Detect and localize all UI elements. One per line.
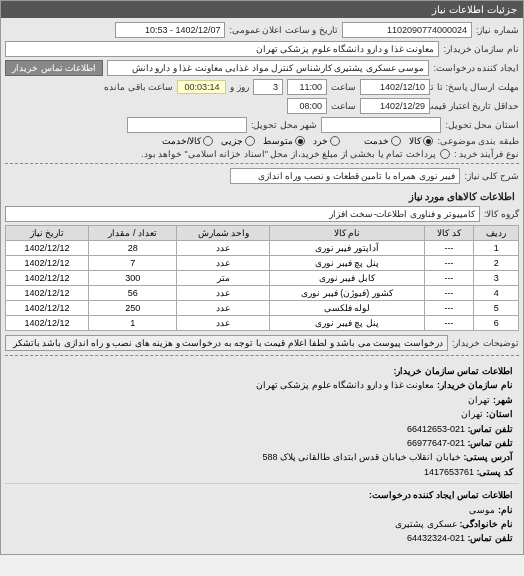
pack-label: طبقه بندی موضوعی: [437, 136, 519, 146]
org-province-label: استان: [486, 409, 513, 419]
req-name-label: نام: [498, 505, 513, 515]
table-cell: پنل پچ فیبر نوری [270, 316, 424, 331]
table-header: کد کالا [424, 226, 474, 241]
table-cell: 4 [474, 286, 519, 301]
table-cell: 6 [474, 316, 519, 331]
table-header: تاریخ نیاز [6, 226, 89, 241]
org-name-label: نام سازمان خریدار: [437, 380, 513, 390]
radio-service[interactable]: خدمت [364, 136, 401, 146]
radio-both[interactable]: کالا/خدمت [162, 136, 214, 146]
req-family: عسکری پشتیری [395, 519, 457, 529]
table-row: 2---پنل پچ فیبر نوریعدد71402/12/12 [6, 256, 519, 271]
table-cell: عدد [177, 301, 270, 316]
table-header: ردیف [474, 226, 519, 241]
buyer-value: معاونت غذا و دارو دانشگاه علوم پزشکی تهر… [5, 41, 439, 57]
table-row: 1---آداپتور فیبر نوریعدد281402/12/12 [6, 241, 519, 256]
days-left-label: روز و [230, 82, 249, 92]
table-cell: 5 [474, 301, 519, 316]
table-row: 5---لوله فلکسیعدد2501402/12/12 [6, 301, 519, 316]
table-cell: 1402/12/12 [6, 256, 89, 271]
deadline-send-label: مهلت ارسال پاسخ: تا تاریخ: [434, 82, 519, 92]
table-row: 6---پنل پچ فیبر نوریعدد11402/12/12 [6, 316, 519, 331]
deadline-send-time: 11:00 [287, 79, 327, 95]
validity-time: 08:00 [287, 98, 327, 114]
org-province: تهران [461, 409, 483, 419]
table-cell: کابل فیبر نوری [270, 271, 424, 286]
table-cell: عدد [177, 316, 270, 331]
table-cell: 2 [474, 256, 519, 271]
table-cell: 1402/12/12 [6, 241, 89, 256]
table-cell: --- [424, 301, 474, 316]
publish-value: 1402/12/07 - 10:53 [115, 22, 225, 38]
radio-partial[interactable]: جزیی [221, 136, 255, 146]
radio-small[interactable]: خرد [313, 136, 340, 146]
contact-buyer-button[interactable]: اطلاعات تماس خریدار [5, 60, 103, 76]
table-cell: --- [424, 316, 474, 331]
org-address-label: آدرس پستی: [464, 452, 514, 462]
org-postal: 1417653761 [424, 467, 474, 477]
table-cell: 28 [89, 241, 177, 256]
table-cell: 1402/12/12 [6, 286, 89, 301]
buyer-label: نام سازمان خریدار: [443, 44, 519, 54]
remain-label: ساعت باقی مانده [104, 82, 173, 92]
table-cell: 250 [89, 301, 177, 316]
process-label: نوع فرآیند خرید : [454, 149, 519, 159]
org-postal-label: کد پستی: [477, 467, 514, 477]
request-no-label: شماره نیاز: [476, 25, 519, 35]
radio-goods[interactable]: کالا [409, 136, 433, 146]
req-phone: 021-64432324 [407, 533, 465, 543]
table-cell: --- [424, 241, 474, 256]
time-label-2: ساعت [331, 101, 356, 111]
table-cell: عدد [177, 286, 270, 301]
desc-label: شرح کلی نیاز: [464, 171, 519, 181]
table-cell: 1402/12/12 [6, 301, 89, 316]
org-fax-label: تلفن تماس: [468, 438, 514, 448]
process-radio[interactable] [440, 149, 450, 159]
desc-value: فیبر نوری همراه با تامین قطعات و نصب ورا… [230, 168, 460, 184]
org-phone: 021-66412653 [407, 424, 465, 434]
table-cell: پنل پچ فیبر نوری [270, 256, 424, 271]
validity-date: 1402/12/29 [360, 98, 430, 114]
table-cell: لوله فلکسی [270, 301, 424, 316]
org-address: خیابان انقلاب خیابان قدس ابتدای طالقانی … [262, 452, 461, 462]
creator-label: ایجاد کننده درخواست: [433, 63, 519, 73]
table-cell: --- [424, 256, 474, 271]
table-cell: آداپتور فیبر نوری [270, 241, 424, 256]
table-header: واحد شمارش [177, 226, 270, 241]
req-family-label: نام خانوادگی: [460, 519, 514, 529]
table-cell: 1 [474, 241, 519, 256]
province-value [321, 117, 441, 133]
table-cell: عدد [177, 256, 270, 271]
request-no-value: 1102090774000024 [342, 22, 472, 38]
panel-header: جزئیات اطلاعات نیاز [1, 1, 523, 18]
validity-label: حداقل تاریخ اعتبار قیمت: تا تاریخ: [434, 101, 519, 111]
province-label: استان محل تحویل: [445, 120, 519, 130]
table-cell: متر [177, 271, 270, 286]
publish-label: تاریخ و ساعت اعلان عمومی: [229, 25, 338, 35]
org-name: معاونت غذا و دارو دانشگاه علوم پزشکی تهر… [256, 380, 435, 390]
org-contact-title: اطلاعات تماس سازمان خریدار: [11, 364, 513, 378]
table-header: نام کالا [270, 226, 424, 241]
table-cell: 1 [89, 316, 177, 331]
table-header: تعداد / مقدار [89, 226, 177, 241]
table-cell: 56 [89, 286, 177, 301]
buyer-note-label: توضیحات خریدار: [452, 338, 519, 348]
req-phone-label: تلفن تماس: [468, 533, 514, 543]
req-contact-title: اطلاعات تماس ایجاد کننده درخواست: [11, 488, 513, 502]
radio-medium[interactable]: متوسط [263, 136, 305, 146]
goods-table: ردیفکد کالانام کالاواحد شمارشتعداد / مقد… [5, 225, 519, 331]
countdown-timer: 00:03:14 [177, 80, 226, 94]
city-label: شهر محل تحویل: [251, 120, 318, 130]
table-cell: 1402/12/12 [6, 271, 89, 286]
org-fax: 021-66977647 [407, 438, 465, 448]
time-label-1: ساعت [331, 82, 356, 92]
table-row: 4---کشور (فیوژن) فیبر نوریعدد561402/12/1… [6, 286, 519, 301]
table-cell: --- [424, 271, 474, 286]
table-cell: عدد [177, 241, 270, 256]
org-city-label: شهر: [493, 395, 513, 405]
size-radio-group: خرد متوسط جزیی کالا/خدمت [162, 136, 341, 146]
deadline-send-date: 1402/12/10 [360, 79, 430, 95]
table-row: 3---کابل فیبر نوریمتر3001402/12/12 [6, 271, 519, 286]
group-value: کامپیوتر و فناوری اطلاعات-سخت افزار [5, 206, 480, 222]
org-phone-label: تلفن تماس: [468, 424, 514, 434]
